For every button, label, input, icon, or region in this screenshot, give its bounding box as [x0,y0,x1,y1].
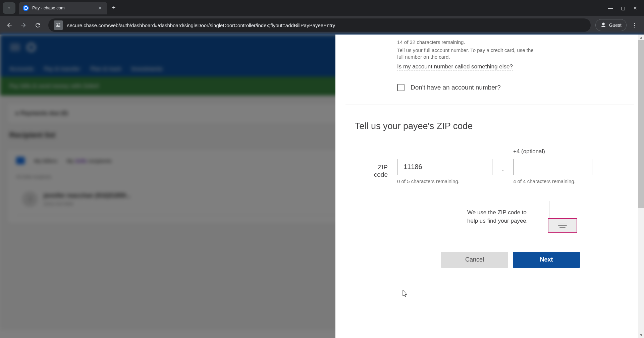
next-button[interactable]: Next [513,252,580,268]
site-settings-icon[interactable] [54,20,63,30]
plus4-input[interactable] [513,159,592,175]
flyout-scrollbar[interactable]: ▲ ▼ [638,35,644,338]
account-instruction: Tell us your full account number. To pay… [397,47,535,61]
plus4-counter: 4 of 4 characters remaining. [513,178,592,184]
browser-tab[interactable]: Pay - chase.com ✕ [19,2,107,14]
back-button[interactable] [3,19,15,31]
profile-guest-button[interactable]: Guest [595,19,627,31]
envelope-helper-text: We use the ZIP code to help us find your… [467,209,531,225]
address-bar[interactable]: secure.chase.com/web/auth/dashboard#/das… [48,18,591,32]
tab-favicon-icon [23,5,29,11]
cancel-button[interactable]: Cancel [441,252,508,268]
browser-toolbar: secure.chase.com/web/auth/dashboard#/das… [0,16,644,35]
plus4-label: +4 (optional) [513,148,592,156]
zip-section-heading: Tell us your payee's ZIP code [355,121,624,131]
zip-counter: 0 of 5 characters remaining. [397,178,492,184]
no-account-label: Don't have an account number? [411,84,501,91]
browser-menu-icon[interactable]: ⋮ [629,19,641,31]
zip-dash: - [502,159,504,174]
url-text: secure.chase.com/web/auth/dashboard#/das… [67,22,335,28]
maximize-icon[interactable]: ▢ [621,5,625,11]
minimize-icon[interactable]: — [608,5,613,11]
zip-input[interactable] [397,159,492,175]
envelope-icon [548,201,577,233]
close-tab-icon[interactable]: ✕ [97,4,103,12]
browser-tab-strip: Pay - chase.com ✕ + — ▢ ✕ [0,0,644,16]
new-tab-button[interactable]: + [112,4,116,11]
scroll-thumb[interactable] [638,40,644,208]
no-account-checkbox[interactable] [397,84,405,91]
scroll-up-arrow[interactable]: ▲ [638,35,644,40]
forward-button[interactable] [17,19,30,31]
alt-account-name-link[interactable]: Is my account number called something el… [397,63,513,70]
account-chars-remaining: 14 of 32 characters remaining. [397,39,624,45]
tab-title: Pay - chase.com [32,5,97,10]
guest-label: Guest [609,22,622,28]
zip-field-label: ZIP code [363,148,388,178]
add-payee-flyout: 14 of 32 characters remaining. Tell us y… [335,35,644,338]
section-divider [345,105,634,105]
window-controls: — ▢ ✕ [608,5,644,11]
scroll-down-arrow[interactable]: ▼ [638,332,644,338]
close-window-icon[interactable]: ✕ [633,5,637,11]
tab-search-dropdown[interactable] [3,2,15,14]
reload-button[interactable] [32,19,44,31]
